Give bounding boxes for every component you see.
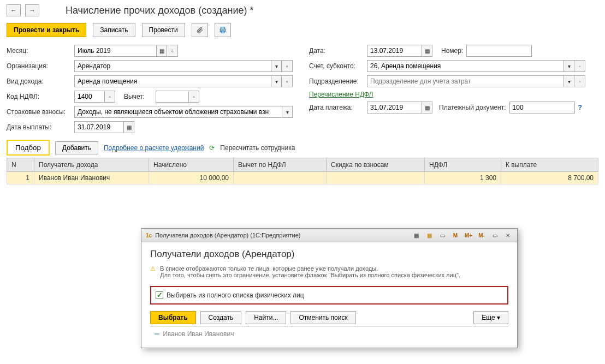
payment-doc-input[interactable] bbox=[509, 102, 575, 114]
account-label: Счет, субконто: bbox=[309, 62, 364, 70]
refresh-icon[interactable]: ⟳ bbox=[209, 144, 215, 152]
calendar-icon[interactable]: ▦ bbox=[156, 45, 167, 57]
attach-icon[interactable] bbox=[192, 23, 208, 37]
insurance-label: Страховые взносы: bbox=[7, 108, 71, 116]
col-ndfl[interactable]: НДФЛ bbox=[425, 158, 501, 172]
dept-input[interactable] bbox=[367, 75, 564, 87]
calendar-icon[interactable]: ▦ bbox=[422, 102, 432, 114]
ndfl-transfer-link[interactable]: Перечисление НДФЛ bbox=[309, 91, 373, 98]
month-input[interactable] bbox=[74, 45, 156, 57]
post-close-button[interactable]: Провести и закрыть bbox=[7, 23, 86, 37]
deduction-label: Вычет: bbox=[124, 93, 152, 100]
open-icon[interactable]: ▫ bbox=[574, 60, 585, 72]
calendar-icon[interactable]: ▦ bbox=[422, 45, 432, 57]
recalc-label[interactable]: Пересчитать сотрудника bbox=[220, 144, 295, 152]
nav-back[interactable]: ← bbox=[7, 4, 21, 16]
col-deduction[interactable]: Вычет по НДФЛ bbox=[234, 158, 327, 172]
open-icon[interactable]: ▫ bbox=[282, 60, 293, 72]
payment-doc-label: Платежный документ: bbox=[439, 104, 506, 111]
open-icon[interactable]: ▫ bbox=[282, 75, 293, 87]
income-type-label: Вид дохода: bbox=[7, 77, 71, 85]
dept-label: Подразделение: bbox=[309, 77, 364, 85]
spinner-icon[interactable]: ÷ bbox=[167, 45, 178, 57]
payment-date-label: Дата платежа: bbox=[309, 104, 364, 111]
nav-forward[interactable]: → bbox=[25, 4, 39, 16]
month-label: Месяц: bbox=[7, 47, 71, 55]
date-input[interactable] bbox=[367, 45, 422, 57]
open-icon[interactable]: ▫ bbox=[574, 75, 585, 87]
open-icon[interactable]: ▫ bbox=[188, 91, 199, 103]
add-button[interactable]: Добавить bbox=[55, 141, 98, 154]
pay-date-input[interactable] bbox=[74, 121, 123, 133]
open-icon[interactable]: ▫ bbox=[104, 91, 115, 103]
payment-date-input[interactable] bbox=[367, 102, 422, 114]
save-button[interactable]: Записать bbox=[93, 23, 135, 37]
date-label: Дата: bbox=[309, 47, 364, 55]
org-label: Организация: bbox=[7, 62, 71, 70]
dropdown-icon[interactable]: ▾ bbox=[271, 75, 282, 87]
details-link[interactable]: Подробнее о расчете удержаний bbox=[104, 144, 204, 152]
pay-date-label: Дата выплаты: bbox=[7, 123, 71, 131]
recipients-table: N Получатель дохода Начислено Вычет по Н… bbox=[7, 158, 598, 184]
income-type-input[interactable] bbox=[74, 75, 271, 87]
col-discount[interactable]: Скидка по взносам bbox=[327, 158, 425, 172]
page-title: Начисление прочих доходов (создание) * bbox=[66, 5, 254, 16]
dropdown-icon[interactable]: ▾ bbox=[564, 60, 574, 72]
col-accrued[interactable]: Начислено bbox=[149, 158, 234, 172]
dropdown-icon[interactable]: ▾ bbox=[564, 75, 574, 87]
ndfl-code-input[interactable] bbox=[74, 91, 104, 103]
post-button[interactable]: Провести bbox=[142, 23, 185, 37]
help-icon[interactable]: ? bbox=[578, 104, 582, 111]
table-row[interactable]: 1 Иванов Иван Иванович 10 000,00 1 300 8… bbox=[7, 172, 598, 184]
col-payout[interactable]: К выплате bbox=[501, 158, 598, 172]
select-button[interactable]: Подбор bbox=[7, 140, 50, 156]
insurance-input[interactable] bbox=[74, 106, 282, 118]
col-recipient[interactable]: Получатель дохода bbox=[34, 158, 149, 172]
org-input[interactable] bbox=[74, 60, 271, 72]
account-input[interactable] bbox=[367, 60, 564, 72]
number-input[interactable] bbox=[466, 45, 532, 57]
dropdown-icon[interactable]: ▾ bbox=[282, 106, 293, 118]
deduction-input[interactable] bbox=[156, 91, 188, 103]
print-icon[interactable] bbox=[215, 23, 231, 37]
calendar-icon[interactable]: ▦ bbox=[123, 121, 134, 133]
number-label: Номер: bbox=[441, 47, 463, 55]
ndfl-code-label: Код НДФЛ: bbox=[7, 93, 71, 100]
col-n[interactable]: N bbox=[7, 158, 34, 172]
dropdown-icon[interactable]: ▾ bbox=[271, 60, 282, 72]
